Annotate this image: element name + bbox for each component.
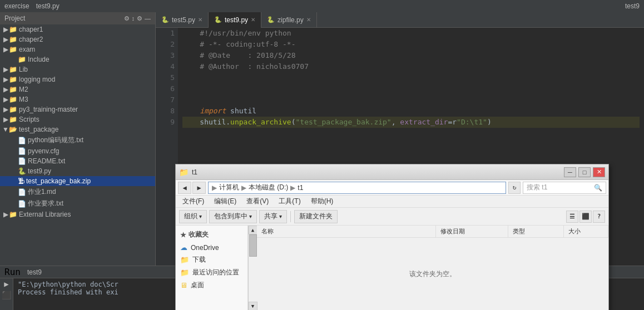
close-button[interactable]: ✕ [593, 167, 605, 177]
onedrive-icon: ☁ [180, 243, 187, 252]
scroll-up-button[interactable]: ▲ [249, 226, 257, 234]
scroll-thumb[interactable] [249, 234, 257, 257]
menu-view[interactable]: 查看(V) [242, 196, 273, 207]
library-dropdown-arrow: ▾ [249, 213, 252, 219]
top-bar-test9py[interactable]: test9.py [36, 2, 60, 10]
help-icon-button[interactable]: ? [593, 211, 605, 223]
py-icon: 🐍 [214, 16, 222, 23]
maximize-button[interactable]: □ [578, 167, 591, 177]
close-tab-zipfilepy[interactable]: ✕ [306, 17, 311, 23]
sidebar-config-icon[interactable]: ⚙ [137, 15, 142, 22]
arrow-icon: ▶ [2, 211, 9, 218]
folder-icon: 📁 [18, 56, 26, 63]
include-library-button[interactable]: 包含到库中 ▾ [209, 210, 257, 223]
tree-item-zipfile[interactable]: 🗜 test_package_bak.zip [0, 176, 155, 186]
col-date[interactable]: 修改日期 [436, 226, 508, 237]
tree-item-test9py[interactable]: 🐍 test9.py [0, 166, 155, 176]
sidebar-header: Project ⚙ ↕ ⚙ — [0, 12, 155, 24]
view-preview-button[interactable]: ⬛ [579, 211, 592, 223]
folder-icon: 📁 [9, 26, 17, 33]
tree-item-chaper1[interactable]: ▶ 📁 chaper1 [0, 24, 155, 34]
tree-item-pyvenv[interactable]: 📄 pyvenv.cfg [0, 146, 155, 156]
tree-item-py3training[interactable]: ▶ 📁 py3_training-master [0, 104, 155, 114]
dialog-content: ★ 收藏夹 ☁ OneDrive 📁 下载 📁 最近访问的位置 🖥 桌面 ▲ [176, 226, 608, 310]
project-label: Project [4, 14, 25, 22]
scroll-track [249, 234, 257, 302]
close-tab-test5py[interactable]: ✕ [198, 17, 202, 23]
search-icon: 🔍 [594, 184, 602, 192]
run-button[interactable]: ▶ [1, 279, 12, 288]
share-button[interactable]: 共享 ▾ [259, 210, 287, 223]
folder-icon: 📁 [9, 76, 17, 83]
left-panel-scrollbar[interactable]: ▲ ▼ [248, 226, 257, 310]
back-button[interactable]: ◀ [178, 182, 191, 194]
tree-item-testpackage[interactable]: ▼ 📂 test_package [0, 124, 155, 134]
dialog-title: t1 [192, 168, 197, 176]
run-label[interactable]: test9 [27, 268, 42, 276]
tree-item-logging[interactable]: ▶ 📁 logging mod [0, 74, 155, 84]
col-size[interactable]: 大小 [564, 226, 608, 237]
tree-item-external[interactable]: ▶ 📁 External Libraries [0, 209, 155, 219]
sidebar-collapse-icon[interactable]: — [145, 15, 151, 22]
file-md-icon: 📄 [18, 188, 26, 196]
share-dropdown-arrow: ▾ [279, 213, 282, 219]
sidebar-sync-icon[interactable]: ↕ [132, 15, 135, 22]
tree-item-chaper2[interactable]: ▶ 📁 chaper2 [0, 34, 155, 44]
tab-zipfilepy[interactable]: 🐍 zipfile.py ✕ [261, 12, 317, 28]
organize-button[interactable]: 组织 ▾ [179, 210, 207, 223]
file-py-icon: 🐍 [18, 167, 26, 175]
path-t1: t1 [298, 184, 303, 192]
tree-item-include[interactable]: 📁 Include [0, 54, 155, 64]
menu-help[interactable]: 帮助(H) [306, 196, 338, 207]
code-line-2: # -*- coding:utf-8 -*- [182, 39, 640, 50]
view-details-button[interactable]: ☰ [566, 211, 578, 223]
folder-icon: 📁 [9, 46, 17, 53]
tree-item-scripts[interactable]: ▶ 📁 Scripts [0, 114, 155, 124]
left-item-download[interactable]: 📁 下载 [176, 253, 247, 266]
favorites-icon: ★ [180, 231, 186, 239]
explorer-dialog: 📁 t1 ─ □ ✕ ◀ ▶ ▶ 计算机 ▶ 本地磁盘 (D:) ▶ t1 ↻ … [175, 164, 609, 310]
left-item-desktop[interactable]: 🖥 桌面 [176, 279, 247, 292]
tree-item-work1md[interactable]: 📄 作业1.md [0, 186, 155, 198]
tree-item-exam[interactable]: ▶ 📁 exam [0, 44, 155, 54]
menu-edit[interactable]: 编辑(E) [210, 196, 241, 207]
menu-tools[interactable]: 工具(T) [274, 196, 305, 207]
tree-item-m2[interactable]: ▶ 📁 M2 [0, 84, 155, 94]
forward-button[interactable]: ▶ [192, 182, 206, 194]
file-txt-icon: 📄 [18, 137, 26, 144]
tree-item-readme[interactable]: 📄 README.txt [0, 156, 155, 166]
download-folder-icon: 📁 [180, 256, 189, 264]
dialog-menubar: 文件(F) 编辑(E) 查看(V) 工具(T) 帮助(H) [176, 196, 608, 208]
stop-button[interactable]: ⬛ [1, 291, 12, 299]
path-sep-2: ▶ [290, 184, 295, 192]
arrow-icon: ▶ [2, 36, 9, 43]
search-box[interactable]: 搜索 t1 🔍 [523, 182, 606, 194]
left-item-onedrive[interactable]: ☁ OneDrive [176, 242, 247, 253]
left-item-recent[interactable]: 📁 最近访问的位置 [176, 266, 247, 279]
col-type[interactable]: 类型 [508, 226, 564, 237]
tree-item-workreq[interactable]: 📄 作业要求.txt [0, 198, 155, 209]
address-bar: ◀ ▶ ▶ 计算机 ▶ 本地磁盘 (D:) ▶ t1 ↻ 搜索 t1 🔍 [176, 180, 608, 196]
tree-item-encoding-txt[interactable]: 📄 python编码规范.txt [0, 134, 155, 146]
address-path[interactable]: ▶ 计算机 ▶ 本地磁盘 (D:) ▶ t1 [208, 182, 506, 194]
py-icon: 🐍 [161, 16, 169, 23]
sidebar-settings-icon[interactable]: ⚙ [124, 15, 130, 22]
tree-item-lib[interactable]: ▶ 📁 Lib [0, 64, 155, 74]
col-name[interactable]: 名称 [257, 226, 436, 237]
tab-test5py[interactable]: 🐍 test5.py ✕ [156, 12, 209, 28]
file-cfg-icon: 📄 [18, 147, 26, 155]
folder-icon: 📂 [9, 126, 17, 133]
new-folder-button[interactable]: 新建文件夹 [294, 210, 338, 223]
menu-file[interactable]: 文件(F) [178, 196, 209, 207]
arrow-icon: ▶ [2, 66, 9, 73]
top-bar-exercise[interactable]: exercise [4, 2, 29, 10]
scroll-down-button[interactable]: ▼ [249, 302, 257, 310]
tab-test9py[interactable]: 🐍 test9.py ✕ [209, 12, 261, 28]
refresh-button[interactable]: ↻ [508, 182, 521, 194]
tree-item-m3[interactable]: ▶ 📁 M3 [0, 94, 155, 104]
run-toolbar: ▶ ⬛ [0, 278, 13, 310]
minimize-button[interactable]: ─ [564, 167, 576, 177]
close-tab-test9py[interactable]: ✕ [251, 17, 255, 23]
run-tab[interactable]: Run [4, 267, 21, 277]
arrow-icon [11, 167, 18, 175]
